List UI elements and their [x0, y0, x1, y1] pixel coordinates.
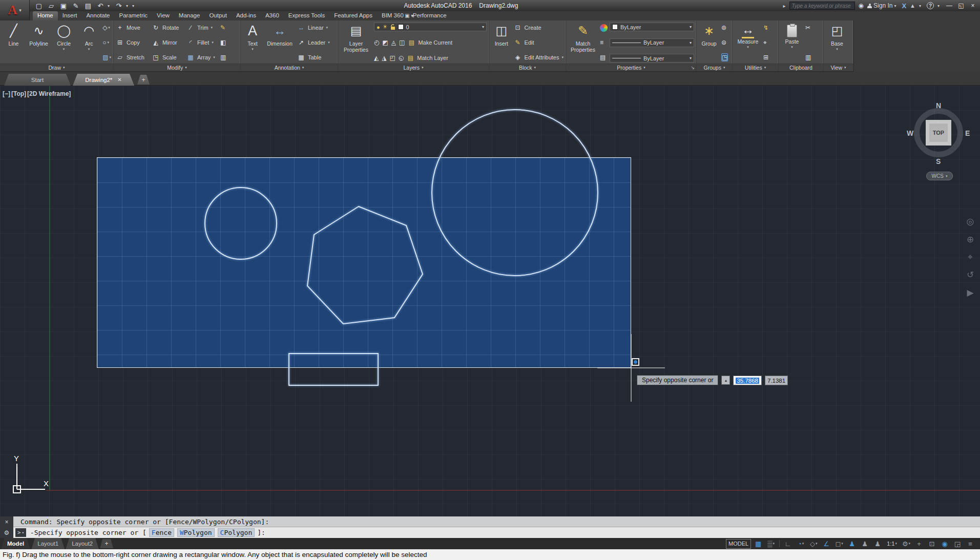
circle-button[interactable]: ◯ Circle ▾ — [52, 22, 75, 63]
graphics-performance-icon[interactable]: ◉ — [939, 539, 950, 549]
panel-label-layers[interactable]: Layers▾ — [338, 64, 489, 71]
wcs-dropdown[interactable]: WCS▾ — [926, 172, 953, 180]
rotate-button[interactable]: ↻ Rotate — [152, 23, 184, 32]
recent-commands-button[interactable]: >▾ — [15, 528, 26, 537]
layer-properties-button[interactable]: ▤ Layer Properties — [340, 22, 372, 63]
navigation-wheel-icon[interactable]: ◎ — [967, 216, 974, 227]
point-style-button[interactable]: ⌖ — [763, 38, 768, 47]
quick-calc-button[interactable]: ⊞ — [763, 53, 768, 61]
group-selection-toggle[interactable]: ◳ — [721, 53, 728, 61]
undo-dropdown-caret[interactable]: ▾ — [108, 4, 112, 8]
fillet-button[interactable]: ◜ Fillet▾ — [186, 38, 218, 47]
ribbon-tab-parametric[interactable]: Parametric — [115, 11, 153, 20]
match-properties-button[interactable]: ✎ Match Properties — [568, 22, 598, 63]
ribbon-tab-insert[interactable]: Insert — [58, 11, 82, 20]
command-customize-icon[interactable]: ⚙ — [4, 529, 10, 536]
panel-label-utilities[interactable]: Utilities▾ — [733, 64, 778, 71]
panel-label-block[interactable]: Block▾ — [489, 64, 566, 71]
application-menu-button[interactable]: A ▾ — [0, 0, 30, 20]
new-icon[interactable]: ▢ — [34, 1, 44, 10]
layer-state-icon-1[interactable]: ◭ — [374, 54, 379, 61]
cut-button[interactable]: ✂ — [805, 24, 811, 32]
object-color-combo[interactable]: ByLayer ▾ — [610, 23, 694, 31]
redo-icon[interactable]: ↷ — [114, 1, 124, 10]
ribbon-tab-a360[interactable]: A360 — [261, 11, 284, 20]
create-block-button[interactable]: ⊡ Create — [514, 23, 564, 32]
match-properties-small-button[interactable]: ✎ — [220, 24, 226, 32]
ribbon-tab-output[interactable]: Output — [204, 11, 232, 20]
linetype-list-button[interactable]: ▤ — [600, 53, 608, 61]
measure-button[interactable]: ↔ Measure ▾ — [735, 22, 761, 63]
panel-label-modify[interactable]: Modify▾ — [114, 64, 240, 71]
layer-select-combo[interactable]: ● ☀ 0 ▾ — [374, 23, 487, 31]
command-option-cpolygon[interactable]: CPolygon — [218, 528, 255, 537]
file-tab-start[interactable]: Start — [4, 74, 71, 86]
save-icon[interactable]: ▣ — [58, 1, 69, 10]
ortho-mode-icon[interactable]: ∟ — [782, 539, 794, 549]
orbit-icon[interactable]: ↺ — [967, 269, 974, 280]
grid-display-icon[interactable]: ▦ — [753, 539, 764, 549]
redo-dropdown-caret[interactable]: ▾ — [126, 4, 130, 8]
search-input[interactable] — [789, 2, 855, 10]
show-motion-icon[interactable]: ▶ — [967, 287, 973, 298]
new-drawing-tab-button[interactable]: + — [137, 75, 150, 85]
dynamic-input-y-field[interactable]: 7.1381 — [765, 376, 788, 385]
line-button[interactable]: ╱ Line — [2, 22, 25, 63]
annotation-visibility-icon[interactable]: ♟ — [846, 539, 858, 549]
help-icon[interactable]: ? — [927, 2, 934, 9]
close-button[interactable]: × — [969, 2, 977, 9]
layer-state-icon-3[interactable]: ◰ — [389, 54, 395, 61]
viewcube-north[interactable]: N — [936, 101, 941, 110]
insert-button[interactable]: ◫ Insert — [491, 22, 512, 63]
annotation-scale-icon[interactable]: ♟ — [872, 539, 883, 549]
layer-state-icon-2[interactable]: ◩ — [382, 39, 388, 46]
model-space-label[interactable]: MODEL — [726, 539, 751, 549]
viewport-visual-style-control[interactable]: [2D Wireframe] — [27, 90, 71, 97]
ribbon-tab-express-tools[interactable]: Express Tools — [284, 11, 329, 20]
clean-screen-icon[interactable]: ◲ — [952, 539, 963, 549]
drawing-canvas[interactable]: YX [−] [Top] [2D Wireframe] N E S W TOP … — [0, 86, 980, 516]
panel-label-annotation[interactable]: Annotation▾ — [241, 64, 338, 71]
properties-dialog-launcher[interactable]: ↘ — [691, 65, 695, 70]
make-current-button[interactable]: ◴◩◬◫ ▤ Make Current — [374, 38, 487, 47]
sign-in-button[interactable]: Sign In ▾ — [867, 2, 898, 9]
snap-mode-icon[interactable]: ▒▾ — [765, 539, 777, 549]
file-tab-close-icon[interactable]: ✕ — [117, 77, 121, 82]
polygon-button[interactable]: ◇ ▾ — [102, 24, 111, 32]
stretch-button[interactable]: ▱ Stretch — [116, 53, 150, 62]
viewcube-west[interactable]: W — [907, 129, 913, 137]
group-button[interactable]: ∗ Group — [699, 22, 719, 63]
viewcube[interactable]: N E S W TOP WCS▾ — [907, 100, 978, 182]
ribbon-tab-add-ins[interactable]: Add-ins — [232, 11, 261, 20]
help-caret[interactable]: ▾ — [937, 4, 942, 8]
leader-button[interactable]: ↗ Leader▾ — [297, 38, 331, 47]
panel-label-draw[interactable]: Draw▾ — [0, 64, 113, 71]
copy-button[interactable]: ⊞ Copy — [116, 38, 150, 47]
ungroup-button[interactable]: ⊜ — [721, 38, 728, 47]
annotation-autoscale-icon[interactable]: ♟ — [859, 539, 870, 549]
dynamic-input-x-field[interactable]: 35.7868 — [733, 376, 762, 385]
file-tab-drawing2[interactable]: Drawing2* ✕ — [73, 74, 134, 86]
base-button[interactable]: ◰ Base ▾ — [826, 22, 848, 63]
overkill-button[interactable]: ▥ — [220, 53, 226, 61]
layer-state-icon-4[interactable]: ◵ — [399, 54, 404, 61]
layout-tab-model[interactable]: Model — [1, 538, 30, 549]
polar-tracking-icon-caret[interactable]: ▾ — [802, 542, 804, 546]
zoom-extents-icon[interactable]: ⌖ — [968, 252, 973, 262]
qat-customize-caret[interactable]: ▾ — [132, 4, 136, 8]
polar-tracking-icon[interactable]: ◔▾ — [795, 539, 806, 549]
customization-icon[interactable]: ≡ — [965, 539, 976, 549]
annotation-scale-value[interactable]: 1:1▾ — [885, 539, 899, 549]
command-close-icon[interactable]: × — [5, 518, 8, 526]
ellipse-button[interactable]: ○ ▾ — [102, 38, 111, 47]
arc-button[interactable]: ◠ Arc ▾ — [77, 22, 100, 63]
ribbon-tab-featured-apps[interactable]: Featured Apps — [329, 11, 377, 20]
panel-label-properties[interactable]: Properties▾ ↘ — [566, 64, 696, 71]
command-option-wpolygon[interactable]: WPolygon — [177, 528, 215, 537]
new-layout-button[interactable]: + — [100, 539, 113, 548]
minimize-button[interactable]: — — [945, 2, 953, 9]
ribbon-tab-manage[interactable]: Manage — [174, 11, 205, 20]
dimension-button[interactable]: ↔ Dimension — [264, 22, 295, 63]
viewport-view-control[interactable]: [Top] — [11, 90, 26, 97]
table-button[interactable]: ▦ Table — [297, 53, 331, 62]
